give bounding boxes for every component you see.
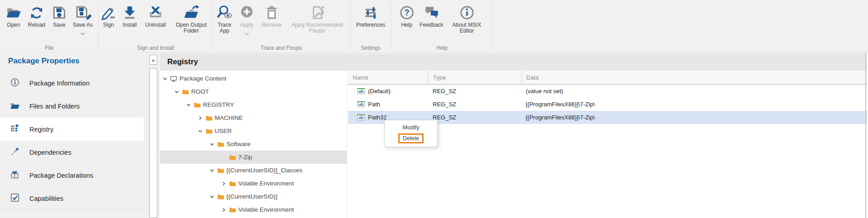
chevron-down-icon[interactable] (197, 128, 203, 134)
feedback-button[interactable]: Feedback (417, 3, 446, 28)
sign-button[interactable]: Sign (99, 3, 118, 28)
table-row-path[interactable]: ab Path REG_SZ [{ProgramFilesX86}]\7-Zip… (348, 98, 867, 111)
sidebar-item-dependencies[interactable]: Dependencies (0, 141, 144, 164)
sidebar-title: Package Properties (0, 53, 144, 66)
table-row-default[interactable]: ab (Default) REG_SZ (value not set) (348, 85, 867, 98)
apply-button[interactable]: Apply (236, 3, 258, 37)
value-type: REG_SZ (428, 114, 521, 121)
chevron-right-icon[interactable] (221, 207, 227, 213)
chevron-down-icon (244, 29, 250, 37)
sidebar-items: Package Information Files and Folders Re… (0, 71, 144, 210)
install-arrow-icon (121, 3, 138, 22)
open-button[interactable]: Open (3, 3, 24, 28)
chevron-right-icon[interactable] (221, 181, 227, 186)
remove-trash-icon (263, 3, 280, 22)
sign-pencil-icon (100, 3, 117, 22)
value-name: Path (368, 101, 380, 108)
value-data: (value not set) (521, 88, 867, 95)
save-as-icon (74, 3, 91, 22)
folder-icon (193, 101, 201, 109)
tree-item-currentusersid-classes[interactable]: [{CurrentUserSID}]_Classes (160, 164, 347, 177)
chevron-right-icon[interactable] (197, 115, 203, 121)
apply-recommended-fixups-button[interactable]: Apply Recommended Fixups (286, 3, 349, 34)
tree-item-volatile-environment-2[interactable]: Volatile Environment (160, 203, 347, 216)
group-label-sign-install: Sign and Install (99, 45, 212, 51)
ribbon-toolbar: Open Reload Save Save As (0, 0, 868, 53)
folder-icon (229, 206, 236, 213)
tree-item-7zip[interactable]: 7-Zip (160, 151, 347, 164)
sidebar-item-registry[interactable]: Registry (0, 118, 144, 141)
ribbon-group-settings: Preferences Settings (350, 0, 391, 52)
checkbox-icon (10, 193, 20, 204)
registry-panel: Registry Package Content ROOT REGIS (160, 53, 867, 218)
sidebar-scrollbar (144, 53, 160, 218)
scrollbar-thumb[interactable] (149, 68, 157, 218)
page-title: Registry (160, 53, 867, 71)
save-icon (51, 3, 68, 22)
ribbon-spacer (493, 0, 868, 52)
value-type: REG_SZ (428, 88, 521, 95)
context-menu-item-delete[interactable]: Delete (398, 133, 424, 143)
context-menu-item-modify[interactable]: Modify (399, 123, 423, 132)
dependencies-arrow-icon (10, 147, 20, 158)
chevron-down-icon[interactable] (209, 168, 215, 173)
ribbon-group-help: ? Help Feedback About MSIX Editor Help (391, 0, 493, 52)
ribbon-group-file: Open Reload Save Save As (0, 0, 99, 52)
sidebar-item-label: Package Information (29, 80, 90, 87)
sidebar-item-capabilities[interactable]: Capabilities (0, 187, 144, 210)
sidebar-item-package-declarations[interactable]: Package Declarations (0, 164, 144, 187)
chevron-down-icon[interactable] (209, 194, 215, 199)
folder-icon (217, 141, 224, 148)
tree-item-volatile-environment-1[interactable]: Volatile Environment (160, 177, 347, 190)
folder-icon (229, 180, 236, 187)
group-label-settings: Settings (350, 45, 391, 51)
monitor-icon (170, 75, 177, 82)
sidebar-item-package-information[interactable]: Package Information (0, 71, 144, 95)
tree-item-software[interactable]: Software (160, 137, 347, 151)
tree-item-machine[interactable]: MACHINE (160, 111, 347, 124)
chevron-down-icon[interactable] (185, 102, 192, 108)
open-folder-icon (5, 3, 22, 22)
tree-item-registry[interactable]: REGISTRY (160, 98, 347, 111)
help-button[interactable]: ? Help (397, 3, 416, 28)
tree-item-package-content[interactable]: Package Content (160, 72, 347, 85)
folder-icon (229, 154, 236, 161)
tree-item-user[interactable]: USER (160, 124, 347, 137)
trace-app-button[interactable]: Trace App (214, 3, 235, 34)
column-header-type[interactable]: Type (428, 71, 521, 84)
chevron-down-icon[interactable] (209, 142, 215, 147)
folder-icon (10, 100, 20, 112)
table-header: Name Type Data (348, 71, 867, 85)
chevron-down-icon[interactable] (162, 76, 168, 81)
folder-icon (205, 128, 212, 135)
preferences-button[interactable]: Preferences (352, 3, 390, 28)
chevron-down-icon[interactable] (174, 89, 180, 95)
column-header-name[interactable]: Name (348, 71, 428, 84)
value-data: [{ProgramFilesX86}]\7-Zip\ (521, 101, 867, 108)
folder-icon (205, 114, 212, 122)
uninstall-button[interactable]: Uninstall (142, 3, 170, 28)
registry-content: Package Content ROOT REGISTRY MACHINE (160, 71, 867, 218)
open-output-folder-button[interactable]: Open Output Folder (170, 3, 212, 34)
reload-button[interactable]: Reload (25, 3, 48, 28)
value-name: (Default) (368, 88, 391, 95)
save-button[interactable]: Save (49, 3, 69, 28)
about-msix-editor-button[interactable]: About MSIX Editor (447, 3, 487, 34)
install-button[interactable]: Install (119, 3, 141, 28)
sidebar-item-label: Dependencies (29, 149, 71, 156)
group-label-file: File (0, 45, 99, 51)
column-header-data[interactable]: Data (521, 71, 867, 84)
folder-icon (182, 88, 189, 95)
package-properties-sidebar: Package Properties Package Information F… (0, 53, 144, 218)
save-as-button[interactable]: Save As (70, 3, 95, 37)
group-label-help: Help (391, 45, 493, 51)
sidebar-item-files-and-folders[interactable]: Files and Folders (0, 95, 144, 118)
tree-item-currentusersid[interactable]: [{CurrentUserSID}] (160, 190, 347, 203)
uninstall-icon (147, 3, 164, 22)
scrollbar-up-button[interactable] (149, 55, 157, 65)
tree-item-root[interactable]: ROOT (160, 85, 347, 98)
feedback-bubbles-icon (423, 3, 440, 22)
sidebar-item-label: Registry (29, 126, 53, 133)
remove-button[interactable]: Remove (259, 3, 285, 28)
fixups-doc-icon (309, 3, 326, 22)
